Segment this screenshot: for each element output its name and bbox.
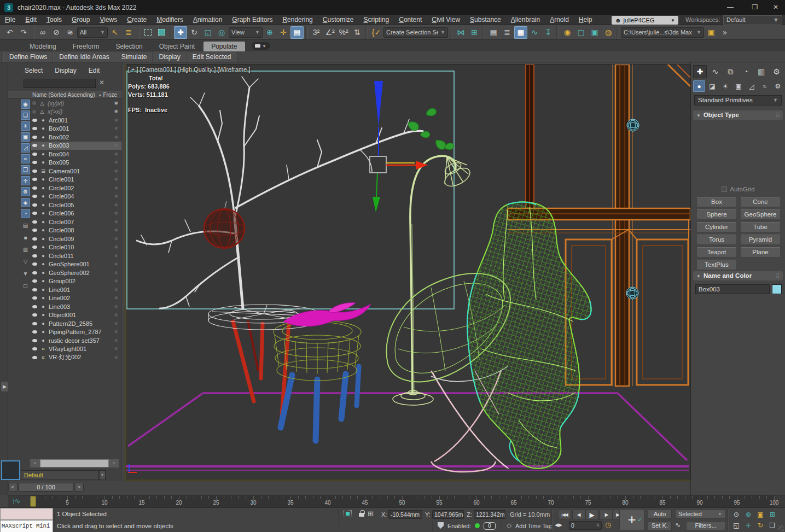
explorer-row-box003[interactable]: ●Box003❄ [31, 142, 121, 150]
frozen-snowflake-icon[interactable]: ❄ [114, 278, 118, 284]
subtab-shapes[interactable]: ◪ [706, 80, 718, 92]
go-to-start-button[interactable]: |◀◀ [558, 510, 571, 520]
menu-civil-view[interactable]: Civil View [427, 15, 465, 25]
primitive-category-dropdown[interactable]: Standard Primitives▼ [694, 95, 782, 106]
create-pyramid-button[interactable]: Pyramid [740, 235, 781, 245]
use-pivot-point-center[interactable]: ⊕ [263, 26, 276, 39]
visibility-eye-icon[interactable] [32, 313, 37, 317]
filter-xrefs-icon[interactable]: ✛ [21, 176, 30, 185]
viewport-label[interactable]: [ + ] [Camera001 ] [High Quality ] [Wire… [128, 66, 250, 73]
ribbon-tab-freeform[interactable]: Freeform [65, 42, 107, 51]
zoom-all-button[interactable]: ⊚ [743, 510, 754, 519]
explorer-row-rustic-decor-set357[interactable]: ●rustic decor set357❄ [31, 336, 121, 345]
view-grid-icon[interactable]: ■ [21, 233, 30, 242]
frozen-snowflake-icon[interactable]: ❄ [114, 185, 118, 191]
create-geosphere-button[interactable]: GeoSphere [740, 209, 781, 220]
maximize-button[interactable]: ❐ [746, 0, 764, 14]
explorer-row-circle008[interactable]: ●Circle008❄ [31, 226, 121, 235]
explorer-row-box002[interactable]: ●Box002❄ [31, 133, 121, 142]
filter-lights-icon[interactable]: ☀ [21, 121, 30, 131]
frozen-snowflake-icon[interactable]: ❄ [114, 304, 118, 309]
frozen-snowflake-icon[interactable]: ❄ [114, 177, 118, 182]
ribbon-tab-selection[interactable]: Selection [108, 42, 150, 51]
ribbon-tab-modeling[interactable]: Modeling [22, 42, 64, 51]
redo-button[interactable]: ↷ [17, 26, 30, 39]
filter-all-icon[interactable]: ◉ [21, 100, 30, 109]
visibility-eye-icon[interactable] [32, 220, 37, 224]
visibility-eye-icon[interactable] [32, 330, 37, 334]
visibility-eye-icon[interactable] [32, 322, 37, 325]
next-frame-small-button[interactable]: > [74, 483, 84, 492]
plant-leaves[interactable] [406, 107, 455, 151]
create-torus-button[interactable]: Torus [696, 235, 737, 245]
frozen-snowflake-icon[interactable]: ❄ [114, 118, 118, 123]
filters-button[interactable]: Filters... [686, 521, 725, 530]
menu-file[interactable]: File [0, 15, 20, 25]
y-coordinate-field[interactable]: 1047.965m⇅ [432, 510, 464, 519]
explorer-row-vraylight001[interactable]: ¤VRayLight001❄ [31, 345, 121, 354]
visibility-eye-icon[interactable] [32, 245, 37, 249]
object-name-field[interactable]: Box003 [695, 284, 770, 294]
material-editor[interactable]: ◉ [561, 26, 574, 39]
frozen-snowflake-icon[interactable]: ❄ [114, 338, 118, 343]
menu-arnold[interactable]: Arnold [545, 15, 574, 25]
menu-tools[interactable]: Tools [42, 15, 67, 25]
visibility-eye-icon[interactable] [32, 271, 37, 274]
subtab-geometry[interactable]: ● [693, 80, 705, 92]
explorer-preset-dropdown[interactable]: Default [21, 470, 98, 480]
menu-alienbrain[interactable]: Alienbrain [506, 15, 545, 25]
scrollbar-track[interactable] [40, 459, 109, 467]
visibility-eye-icon[interactable] [32, 262, 37, 266]
frozen-snowflake-icon[interactable]: ❄ [114, 270, 118, 276]
frozen-snowflake-icon[interactable]: ❄ [114, 312, 118, 318]
menu-group[interactable]: Group [67, 15, 95, 25]
visibility-eye-icon[interactable] [32, 347, 37, 350]
user-account-button[interactable]: ☻ julieP4CEG ▼ [612, 16, 678, 25]
visibility-eye-icon[interactable] [32, 161, 37, 164]
explorer-horizontal-scrollbar[interactable]: ‹ › [30, 459, 119, 467]
select-and-move[interactable]: ✚ [174, 26, 187, 39]
selection-filter-dropdown[interactable]: All▼ [77, 27, 108, 38]
visibility-eye-icon[interactable] [32, 101, 36, 105]
menu-substance[interactable]: Substance [465, 15, 506, 25]
explorer-row-group002[interactable]: ●Group002❄ [31, 277, 121, 286]
autogrid-checkbox[interactable] [722, 186, 727, 192]
toggle-scene-explorer[interactable]: ▤ [487, 26, 500, 39]
unlink-selection[interactable]: ⊘ [50, 26, 63, 39]
scroll-left-button[interactable]: ‹ [30, 459, 40, 467]
explorer-menu-display[interactable]: Display [55, 67, 76, 74]
explorer-search-input[interactable] [24, 79, 96, 88]
rendered-frame-window[interactable]: ▣ [588, 26, 601, 39]
enabled-indicator[interactable] [475, 523, 480, 528]
filter-groups-icon[interactable]: ❐ [21, 165, 30, 174]
reference-coordinate-dropdown[interactable]: View▼ [229, 27, 263, 38]
move-gizmo[interactable] [370, 81, 428, 212]
lantern-object[interactable] [204, 201, 245, 248]
explorer-row-arc001[interactable]: ●Arc001❄ [31, 116, 121, 125]
filter-space-warps-icon[interactable]: ≈ [21, 154, 30, 163]
create-textplus-button[interactable]: TextPlus [696, 260, 737, 270]
selection-lock-toggle[interactable] [359, 513, 364, 517]
spinner-snap-toggle[interactable]: ⇅ [351, 26, 364, 39]
window-crossing-toggle[interactable] [155, 26, 168, 39]
visibility-eye-icon[interactable] [32, 288, 37, 291]
pick-container-icon[interactable]: ◻ [21, 281, 30, 290]
edit-named-selection-sets[interactable]: {✓ [370, 26, 383, 39]
ottoman-object[interactable] [274, 303, 371, 441]
frozen-snowflake-icon[interactable]: ❄ [114, 151, 118, 157]
create-cylinder-button[interactable]: Cylinder [696, 222, 737, 232]
create-tube-button[interactable]: Tube [740, 222, 781, 232]
explorer-row-pipingpattern-2787[interactable]: ●PipingPattern_2787❄ [31, 328, 121, 337]
visibility-eye-icon[interactable] [32, 229, 37, 232]
project-folder-field[interactable]: C:\Users\julie...s\3ds Max 2022▼ [621, 27, 704, 38]
object-color-swatch[interactable] [772, 284, 782, 294]
select-and-scale[interactable]: ◱ [201, 26, 214, 39]
menu-animation[interactable]: Animation [188, 15, 227, 25]
explorer-row-circle004[interactable]: ●Circle004❄ [31, 192, 121, 201]
ribbon-minimize-pill[interactable]: ▼ [252, 42, 270, 50]
render-presets[interactable]: ▣ [705, 26, 718, 39]
toggle-layer-explorer[interactable]: ≣ [501, 26, 514, 39]
frozen-column-header[interactable]: Froze [103, 92, 117, 98]
subtab-lights[interactable]: ☀ [719, 80, 731, 92]
previous-frame-small-button[interactable]: < [8, 483, 18, 492]
